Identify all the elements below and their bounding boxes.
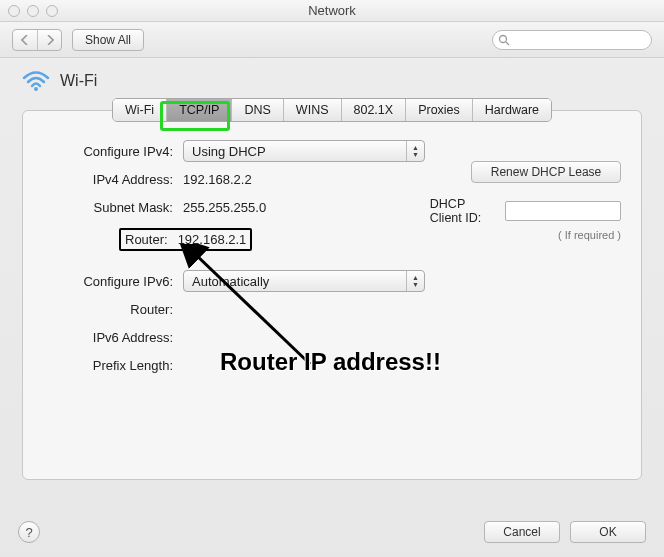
- prefix-length-label: Prefix Length:: [43, 358, 183, 373]
- configure-ipv6-select[interactable]: Automatically ▲▼: [183, 270, 425, 292]
- tab-tcpip[interactable]: TCP/IP: [166, 99, 231, 121]
- tab-proxies[interactable]: Proxies: [405, 99, 472, 121]
- search-input[interactable]: [492, 30, 652, 50]
- help-button[interactable]: ?: [18, 521, 40, 543]
- right-column: Renew DHCP Lease DHCP Client ID: ( If re…: [451, 161, 621, 241]
- svg-line-1: [506, 42, 509, 45]
- window-title: Network: [0, 3, 664, 18]
- router6-label: Router:: [43, 302, 183, 317]
- wifi-icon: [22, 70, 50, 92]
- footer: ? Cancel OK: [0, 507, 664, 557]
- ok-button[interactable]: OK: [570, 521, 646, 543]
- toolbar: Show All: [0, 22, 664, 58]
- tcpip-content: Configure IPv4: Using DHCP ▲▼ IPv4 Addre…: [22, 110, 642, 480]
- dhcp-client-id-label: DHCP Client ID:: [430, 197, 499, 225]
- configure-ipv4-select[interactable]: Using DHCP ▲▼: [183, 140, 425, 162]
- svg-point-2: [34, 87, 38, 91]
- search-icon: [498, 34, 510, 46]
- interface-header: Wi-Fi: [22, 70, 642, 92]
- configure-ipv6-value: Automatically: [192, 274, 269, 289]
- tab-dns[interactable]: DNS: [231, 99, 282, 121]
- ipv4-address-value: 192.168.2.2: [183, 172, 252, 187]
- tab-hardware[interactable]: Hardware: [472, 99, 551, 121]
- panel: Wi-Fi Wi-Fi TCP/IP DNS WINS 802.1X Proxi…: [22, 70, 642, 497]
- nav-back-forward[interactable]: [12, 29, 62, 51]
- configure-ipv4-label: Configure IPv4:: [43, 144, 183, 159]
- if-required-hint: ( If required ): [558, 229, 621, 241]
- interface-name: Wi-Fi: [60, 72, 97, 90]
- ipv6-address-label: IPv6 Address:: [43, 330, 183, 345]
- show-all-button[interactable]: Show All: [72, 29, 144, 51]
- chevron-updown-icon: ▲▼: [406, 141, 424, 161]
- configure-ipv6-label: Configure IPv6:: [43, 274, 183, 289]
- svg-point-0: [500, 35, 507, 42]
- renew-dhcp-lease-button[interactable]: Renew DHCP Lease: [471, 161, 621, 183]
- titlebar: Network: [0, 0, 664, 22]
- subnet-mask-value: 255.255.255.0: [183, 200, 266, 215]
- ipv4-address-label: IPv4 Address:: [43, 172, 183, 187]
- forward-icon[interactable]: [37, 30, 61, 50]
- router-row-highlight: Router: 192.168.2.1: [119, 228, 252, 251]
- tab-wins[interactable]: WINS: [283, 99, 341, 121]
- network-preferences-window: Network Show All Wi-Fi: [0, 0, 664, 557]
- tab-8021x[interactable]: 802.1X: [341, 99, 406, 121]
- dhcp-client-id-input[interactable]: [505, 201, 621, 221]
- back-icon[interactable]: [13, 30, 37, 50]
- configure-ipv4-value: Using DHCP: [192, 144, 266, 159]
- tab-wifi[interactable]: Wi-Fi: [113, 99, 166, 121]
- router-value: 192.168.2.1: [174, 232, 247, 247]
- router-label: Router:: [125, 232, 174, 247]
- chevron-updown-icon: ▲▼: [406, 271, 424, 291]
- cancel-button[interactable]: Cancel: [484, 521, 560, 543]
- tab-bar: Wi-Fi TCP/IP DNS WINS 802.1X Proxies Har…: [112, 98, 552, 122]
- subnet-mask-label: Subnet Mask:: [43, 200, 183, 215]
